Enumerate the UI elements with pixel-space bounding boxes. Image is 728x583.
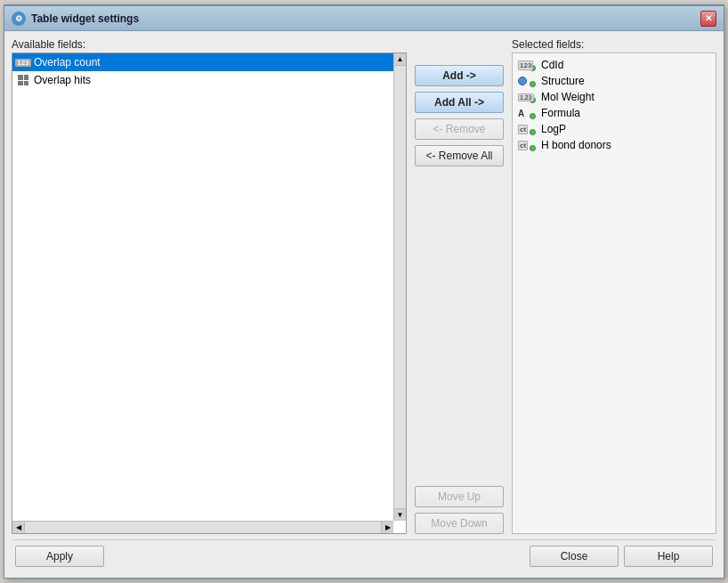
available-fields-label: Available fields: [12,38,407,51]
scroll-up-arrow[interactable]: ▲ [394,53,406,66]
footer: Apply Close Help [12,539,716,571]
overlap-hits-label: Overlap hits [34,74,91,86]
middle-buttons-panel: Add -> Add All -> <- Remove <- Remove Al… [410,38,508,534]
structure-label: Structure [541,75,585,87]
move-up-button[interactable]: Move Up [415,486,504,507]
formula-label: Formula [541,107,580,119]
selected-fields-list[interactable]: 123 CdId Structure [512,53,716,534]
mol-weight-icon: 1.23 [518,91,536,103]
move-down-button[interactable]: Move Down [415,513,504,534]
table-widget-settings-dialog: ⚙ Table widget settings ✕ Available fiel… [4,4,724,579]
dialog-icon: ⚙ [12,12,26,26]
list-item[interactable]: Overlap hits [12,71,393,89]
list-item[interactable]: ct LogP [516,121,712,137]
selected-fields-panel: Selected fields: 123 CdId [512,38,716,534]
list-item[interactable]: 123 CdId [516,57,712,73]
scroll-left-arrow[interactable]: ◀ [12,522,25,534]
logp-icon: ct [518,123,536,135]
selected-fields-label: Selected fields: [512,38,716,51]
list-item[interactable]: ct H bond donors [516,137,712,153]
structure-icon [518,75,536,87]
main-content: Available fields: 123 Overlap count [12,38,716,534]
add-all-button[interactable]: Add All -> [415,92,504,113]
dialog-title: Table widget settings [31,12,139,25]
list-item[interactable]: 123 Overlap count [12,53,393,71]
list-item[interactable]: 1.23 Mol Weight [516,89,712,105]
remove-button[interactable]: <- Remove [415,118,504,140]
vertical-scrollbar[interactable]: ▲ ▼ [393,53,406,521]
horizontal-scrollbar[interactable]: ◀ ▶ [12,521,393,533]
apply-button[interactable]: Apply [15,546,104,567]
dialog-body: Available fields: 123 Overlap count [4,31,724,578]
h-bond-donors-icon: ct [518,139,536,151]
scroll-down-arrow[interactable]: ▼ [394,508,406,521]
list-item[interactable]: Structure [516,73,712,89]
cdid-icon: 123 [518,59,536,71]
title-bar-left: ⚙ Table widget settings [12,12,139,26]
list-item[interactable]: A Formula [516,105,712,121]
mol-weight-label: Mol Weight [541,91,595,103]
overlap-count-icon: 123 [16,55,30,69]
close-button[interactable]: Close [530,546,619,567]
footer-left: Apply [15,546,104,567]
help-button[interactable]: Help [624,546,713,567]
footer-right: Close Help [530,546,713,567]
title-bar: ⚙ Table widget settings ✕ [4,6,724,31]
cdid-label: CdId [541,59,563,71]
available-fields-panel: Available fields: 123 Overlap count [12,38,407,534]
scroll-right-arrow[interactable]: ▶ [381,522,393,534]
title-close-button[interactable]: ✕ [700,11,716,27]
add-button[interactable]: Add -> [415,65,504,86]
remove-all-button[interactable]: <- Remove All [415,145,504,166]
available-fields-list[interactable]: 123 Overlap count [12,53,407,534]
logp-label: LogP [541,123,566,135]
overlap-hits-icon [16,73,30,87]
overlap-count-label: Overlap count [34,56,101,69]
available-list-container: 123 Overlap count [12,53,407,534]
formula-icon: A [518,107,536,119]
h-bond-donors-label: H bond donors [541,139,611,151]
